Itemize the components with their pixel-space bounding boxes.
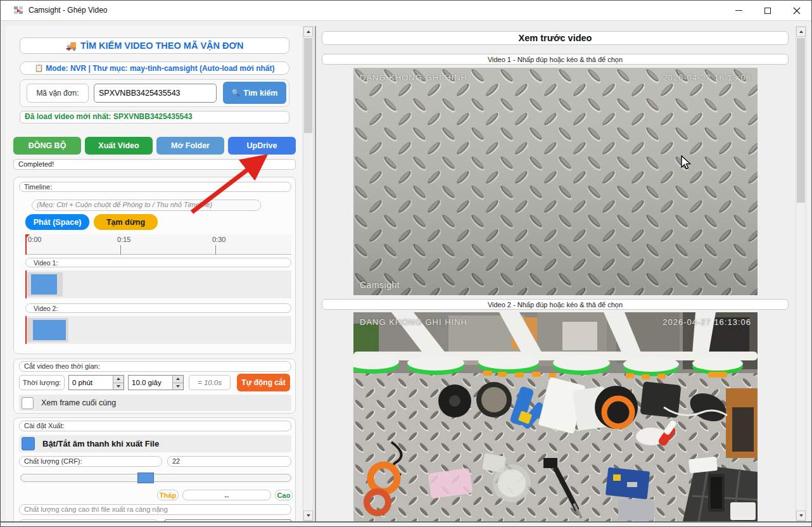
loaded-status-text: Đã load video mới nhất: SPXVNBB342543554… xyxy=(20,111,289,122)
video1-overlay-status: DANG KHONG GHI HINH xyxy=(360,73,467,82)
minutes-spin-buttons[interactable] xyxy=(113,376,124,390)
preview-header: Xem trước video xyxy=(519,33,592,43)
right-scrollbar[interactable] xyxy=(796,26,806,521)
spin-down-icon xyxy=(117,385,120,388)
pause-button[interactable]: Tạm dừng xyxy=(94,214,158,230)
updrive-button[interactable]: UpDrive xyxy=(228,137,296,155)
audio-toggle-label: Bật/Tắt âm thanh khi xuất File xyxy=(42,439,159,448)
progress-status-text: Completed! xyxy=(14,160,295,168)
auto-cut-button[interactable]: Tự động cắt xyxy=(237,374,290,391)
maximize-icon xyxy=(764,8,771,14)
video2-image xyxy=(353,312,758,521)
scroll-down-button[interactable] xyxy=(303,511,313,521)
crf-slider-handle[interactable] xyxy=(137,473,154,483)
minimize-button[interactable] xyxy=(724,1,753,20)
search-button[interactable]: 🔍 Tìm kiếm xyxy=(223,82,286,104)
maximize-button[interactable] xyxy=(753,1,782,20)
app-window: Camsight - Ghép Video 🚚 TÌM KIẾM VIDEO T… xyxy=(0,0,812,527)
track2-label-box: Video 2: xyxy=(25,303,291,313)
cut-group: Cắt video theo thời gian: Thời lượng: 0 … xyxy=(13,359,296,414)
spin-up-icon xyxy=(176,378,180,380)
video2-preview[interactable]: DANG KHONG GHI HINH 2026-04-27 16:13:06 xyxy=(353,312,758,521)
minutes-stepper[interactable]: 0 phút xyxy=(68,375,124,390)
video1-image xyxy=(353,68,758,295)
track1-playhead xyxy=(25,270,27,298)
crf-value: 22 xyxy=(168,457,291,466)
track2-label: Video 2: xyxy=(26,304,291,313)
title-bar: Camsight - Ghép Video xyxy=(1,1,811,21)
last-frame-label: Xem frame cuối cùng xyxy=(41,398,116,407)
timeline-group: Timeline: (Mẹo: Ctrl + Cuộn chuột để Phó… xyxy=(13,177,296,354)
high-label-box: Cao xyxy=(275,490,293,500)
track1-clip[interactable] xyxy=(31,274,57,295)
seconds-spin-buttons[interactable] xyxy=(172,376,183,390)
search-button-label: Tìm kiếm xyxy=(243,89,277,98)
tracking-input[interactable] xyxy=(94,84,217,103)
scroll-up-icon xyxy=(799,30,803,33)
total-duration: = 10.0s xyxy=(198,379,222,386)
mouse-cursor xyxy=(681,155,692,170)
track1-label-box: Video 1: xyxy=(25,258,291,267)
mode-line-box: 📋 Mode: NVR | Thư mục: may-tinh-camsight… xyxy=(20,61,289,75)
search-header-box: 🚚 TÌM KIẾM VIDEO THEO MÃ VẬN ĐƠN xyxy=(20,37,289,54)
search-icon: 🔍 xyxy=(232,89,241,97)
sync-button[interactable]: ĐỒNG BỘ xyxy=(13,137,81,155)
tracking-label-box: Mã vận đơn: xyxy=(27,84,89,103)
cut-section-box: Cắt video theo thời gian: xyxy=(19,361,291,372)
ruler-tick-label: 0:00 xyxy=(28,236,41,243)
export-video-button[interactable]: Xuất Video xyxy=(85,137,153,155)
play-button[interactable]: Phát (Space) xyxy=(25,214,89,230)
timeline-ruler[interactable]: 0:00 0:15 0:30 xyxy=(25,234,291,255)
video1-watermark: Camsight xyxy=(360,280,400,290)
track2[interactable] xyxy=(25,316,291,344)
right-scrollbar-thumb[interactable] xyxy=(797,38,805,203)
tracking-label: Mã vận đơn: xyxy=(36,89,79,98)
audio-toggle-checkbox[interactable] xyxy=(22,437,35,450)
video2-overlay-status: DANG KHONG GHI HINH xyxy=(360,317,467,327)
seconds-stepper[interactable]: 10.0 giây xyxy=(128,375,184,390)
scroll-up-button[interactable] xyxy=(303,27,313,37)
scroll-down-button[interactable] xyxy=(796,511,806,521)
video1-label: Video 1 - Nhấp đúp hoặc kéo & thả để chọ… xyxy=(488,56,623,63)
audio-toggle-row: Bật/Tắt âm thanh khi xuất File xyxy=(19,435,291,452)
seconds-value: 10.0 giây xyxy=(129,379,172,386)
duration-label-box: Thời lượng: xyxy=(19,375,65,390)
preview-header-box: Xem trước video xyxy=(322,31,789,45)
crf-slider-track[interactable] xyxy=(20,474,291,482)
last-frame-row: Xem frame cuối cùng xyxy=(19,395,291,411)
preview-panel: Xem trước video Video 1 - Nhấp đúp hoặc … xyxy=(316,26,795,521)
loaded-status-box: Đã load video mới nhất: SPXVNBB342543554… xyxy=(20,111,289,124)
control-panel: 🚚 TÌM KIẾM VIDEO THEO MÃ VẬN ĐƠN 📋 Mode:… xyxy=(6,26,302,521)
truck-icon: 🚚 xyxy=(66,41,77,51)
last-frame-checkbox[interactable] xyxy=(22,397,34,409)
minutes-value: 0 phút xyxy=(69,379,113,386)
duration-label: Thời lượng: xyxy=(23,379,61,386)
video2-timestamp: 2026-04-27 16:13:06 xyxy=(663,317,751,327)
playhead-flag xyxy=(25,234,30,239)
progress-status-box: Completed! xyxy=(13,159,296,170)
range-box: ↔ xyxy=(182,490,271,500)
left-scrollbar-thumb[interactable] xyxy=(304,38,312,133)
ruler-tick xyxy=(215,245,216,255)
mode-line-text: Mode: NVR | Thư mục: may-tinh-camsight (… xyxy=(46,64,274,73)
video1-preview[interactable]: DANG KHONG GHI HINH 2026-04-27 16:13:06 … xyxy=(353,68,758,295)
low-label: Thấp xyxy=(160,492,176,499)
range-arrow-icon: ↔ xyxy=(224,492,231,499)
left-scrollbar[interactable] xyxy=(303,26,314,521)
track1[interactable] xyxy=(25,270,291,298)
export-note: Chất lượng càng cao thì file xuất ra càn… xyxy=(20,505,291,514)
crf-label: Chất lượng (CRF): xyxy=(20,457,162,466)
timeline-label-box: Timeline: xyxy=(19,182,291,192)
minimize-icon xyxy=(735,10,742,11)
track2-clip[interactable] xyxy=(33,320,66,340)
high-label: Cao xyxy=(277,492,291,499)
export-section-box: Cài đặt Xuất: xyxy=(19,421,291,431)
video1-timestamp: 2026-04-27 16:13:06 xyxy=(663,73,751,82)
open-folder-button[interactable]: Mở Folder xyxy=(156,137,224,155)
scroll-up-button[interactable] xyxy=(796,27,806,37)
low-label-box: Thấp xyxy=(157,490,179,500)
crf-label-box: Chất lượng (CRF): xyxy=(19,456,162,467)
track1-label: Video 1: xyxy=(26,258,291,267)
scroll-up-icon xyxy=(307,30,310,33)
close-button[interactable] xyxy=(782,1,811,20)
